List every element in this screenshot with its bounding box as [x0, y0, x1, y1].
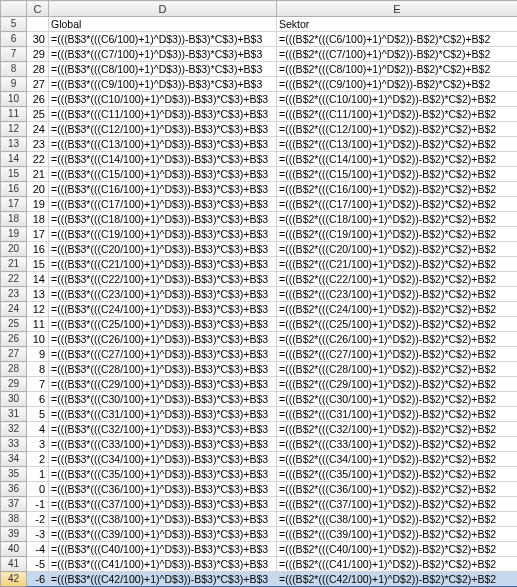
cell[interactable]: 18 — [27, 212, 49, 227]
cell[interactable]: =(((B$3*(((C36/100)+1)^D$3))-B$3)*C$3)+B… — [49, 482, 277, 497]
cell[interactable]: =(((B$3*(((C8/100)+1)^D$3))-B$3)*C$3)+B$… — [49, 62, 277, 77]
cell[interactable]: =(((B$2*(((C19/100)+1)^D$2))-B$2)*C$2)+B… — [277, 227, 518, 242]
cell[interactable]: =(((B$3*(((C20/100)+1)^D$3))-B$3)*C$3)+B… — [49, 242, 277, 257]
cell[interactable]: Sektor — [277, 17, 518, 32]
cell[interactable]: 28 — [27, 62, 49, 77]
cell[interactable]: 29 — [27, 47, 49, 62]
cell[interactable]: =(((B$2*(((C12/100)+1)^D$2))-B$2)*C$2)+B… — [277, 122, 518, 137]
row-header[interactable]: 11 — [1, 107, 27, 122]
cell[interactable]: 5 — [27, 407, 49, 422]
cell[interactable]: =(((B$2*(((C23/100)+1)^D$2))-B$2)*C$2)+B… — [277, 287, 518, 302]
cell[interactable]: 7 — [27, 377, 49, 392]
cell[interactable]: 11 — [27, 317, 49, 332]
cell[interactable]: -1 — [27, 497, 49, 512]
row-header[interactable]: 32 — [1, 422, 27, 437]
cell[interactable]: 10 — [27, 332, 49, 347]
cell[interactable]: =(((B$2*(((C40/100)+1)^D$2))-B$2)*C$2)+B… — [277, 542, 518, 557]
cell[interactable]: =(((B$3*(((C21/100)+1)^D$3))-B$3)*C$3)+B… — [49, 257, 277, 272]
row-header[interactable]: 16 — [1, 182, 27, 197]
cell[interactable]: =(((B$2*(((C7/100)+1)^D$2))-B$2)*C$2)+B$… — [277, 47, 518, 62]
cell[interactable]: 21 — [27, 167, 49, 182]
cell[interactable]: =(((B$3*(((C14/100)+1)^D$3))-B$3)*C$3)+B… — [49, 152, 277, 167]
cell[interactable]: =(((B$3*(((C28/100)+1)^D$3))-B$3)*C$3)+B… — [49, 362, 277, 377]
cell[interactable]: =(((B$2*(((C16/100)+1)^D$2))-B$2)*C$2)+B… — [277, 182, 518, 197]
cell[interactable]: =(((B$2*(((C39/100)+1)^D$2))-B$2)*C$2)+B… — [277, 527, 518, 542]
cell[interactable]: -6 — [27, 572, 49, 587]
cell[interactable]: =(((B$2*(((C24/100)+1)^D$2))-B$2)*C$2)+B… — [277, 302, 518, 317]
row-header[interactable]: 17 — [1, 197, 27, 212]
cell[interactable]: =(((B$2*(((C27/100)+1)^D$2))-B$2)*C$2)+B… — [277, 347, 518, 362]
cell[interactable]: =(((B$3*(((C19/100)+1)^D$3))-B$3)*C$3)+B… — [49, 227, 277, 242]
cell[interactable]: =(((B$3*(((C38/100)+1)^D$3))-B$3)*C$3)+B… — [49, 512, 277, 527]
cell[interactable]: =(((B$3*(((C37/100)+1)^D$3))-B$3)*C$3)+B… — [49, 497, 277, 512]
cell[interactable]: =(((B$3*(((C34/100)+1)^D$3))-B$3)*C$3)+B… — [49, 452, 277, 467]
cell[interactable]: =(((B$3*(((C31/100)+1)^D$3))-B$3)*C$3)+B… — [49, 407, 277, 422]
row-header[interactable]: 42 — [1, 572, 27, 587]
cell[interactable]: =(((B$2*(((C42/100)+1)^D$2))-B$2)*C$2)+B… — [277, 572, 518, 587]
cell[interactable]: =(((B$3*(((C39/100)+1)^D$3))-B$3)*C$3)+B… — [49, 527, 277, 542]
cell[interactable]: =(((B$3*(((C18/100)+1)^D$3))-B$3)*C$3)+B… — [49, 212, 277, 227]
row-header[interactable]: 25 — [1, 317, 27, 332]
cell[interactable]: =(((B$3*(((C10/100)+1)^D$3))-B$3)*C$3)+B… — [49, 92, 277, 107]
cell[interactable]: =(((B$2*(((C29/100)+1)^D$2))-B$2)*C$2)+B… — [277, 377, 518, 392]
row-header[interactable]: 36 — [1, 482, 27, 497]
cell[interactable]: =(((B$3*(((C22/100)+1)^D$3))-B$3)*C$3)+B… — [49, 272, 277, 287]
row-header[interactable]: 7 — [1, 47, 27, 62]
cell[interactable]: 6 — [27, 392, 49, 407]
spreadsheet-grid[interactable]: C D E 5GlobalSektor630=(((B$3*(((C6/100)… — [0, 0, 517, 587]
cell[interactable]: =(((B$3*(((C23/100)+1)^D$3))-B$3)*C$3)+B… — [49, 287, 277, 302]
cell[interactable]: 12 — [27, 302, 49, 317]
cell[interactable]: =(((B$2*(((C28/100)+1)^D$2))-B$2)*C$2)+B… — [277, 362, 518, 377]
cell[interactable]: =(((B$2*(((C30/100)+1)^D$2))-B$2)*C$2)+B… — [277, 392, 518, 407]
cell[interactable]: =(((B$2*(((C8/100)+1)^D$2))-B$2)*C$2)+B$… — [277, 62, 518, 77]
cell[interactable]: 25 — [27, 107, 49, 122]
cell[interactable]: =(((B$2*(((C17/100)+1)^D$2))-B$2)*C$2)+B… — [277, 197, 518, 212]
cell[interactable]: =(((B$3*(((C11/100)+1)^D$3))-B$3)*C$3)+B… — [49, 107, 277, 122]
row-header[interactable]: 12 — [1, 122, 27, 137]
row-header[interactable]: 30 — [1, 392, 27, 407]
cell[interactable]: 13 — [27, 287, 49, 302]
cell[interactable]: =(((B$2*(((C18/100)+1)^D$2))-B$2)*C$2)+B… — [277, 212, 518, 227]
cell[interactable]: =(((B$3*(((C30/100)+1)^D$3))-B$3)*C$3)+B… — [49, 392, 277, 407]
cell[interactable]: =(((B$2*(((C14/100)+1)^D$2))-B$2)*C$2)+B… — [277, 152, 518, 167]
row-header[interactable]: 38 — [1, 512, 27, 527]
row-header[interactable]: 9 — [1, 77, 27, 92]
row-header[interactable]: 22 — [1, 272, 27, 287]
cell[interactable]: =(((B$2*(((C31/100)+1)^D$2))-B$2)*C$2)+B… — [277, 407, 518, 422]
row-header[interactable]: 28 — [1, 362, 27, 377]
cell[interactable]: =(((B$3*(((C27/100)+1)^D$3))-B$3)*C$3)+B… — [49, 347, 277, 362]
cell[interactable]: =(((B$3*(((C42/100)+1)^D$3))-B$3)*C$3)+B… — [49, 572, 277, 587]
cell[interactable]: =(((B$3*(((C40/100)+1)^D$3))-B$3)*C$3)+B… — [49, 542, 277, 557]
row-header[interactable]: 8 — [1, 62, 27, 77]
cell[interactable]: 16 — [27, 242, 49, 257]
row-header[interactable]: 15 — [1, 167, 27, 182]
cell[interactable]: =(((B$2*(((C22/100)+1)^D$2))-B$2)*C$2)+B… — [277, 272, 518, 287]
row-header[interactable]: 6 — [1, 32, 27, 47]
cell[interactable]: =(((B$2*(((C41/100)+1)^D$2))-B$2)*C$2)+B… — [277, 557, 518, 572]
row-header[interactable]: 37 — [1, 497, 27, 512]
row-header[interactable]: 27 — [1, 347, 27, 362]
row-header[interactable]: 33 — [1, 437, 27, 452]
cell[interactable]: -2 — [27, 512, 49, 527]
row-header[interactable]: 39 — [1, 527, 27, 542]
cell[interactable]: =(((B$2*(((C26/100)+1)^D$2))-B$2)*C$2)+B… — [277, 332, 518, 347]
cell[interactable]: 20 — [27, 182, 49, 197]
cell[interactable]: 24 — [27, 122, 49, 137]
cell[interactable]: =(((B$3*(((C15/100)+1)^D$3))-B$3)*C$3)+B… — [49, 167, 277, 182]
cell[interactable]: =(((B$2*(((C10/100)+1)^D$2))-B$2)*C$2)+B… — [277, 92, 518, 107]
column-header-e[interactable]: E — [277, 1, 518, 17]
cell[interactable]: =(((B$3*(((C13/100)+1)^D$3))-B$3)*C$3)+B… — [49, 137, 277, 152]
cell[interactable]: -4 — [27, 542, 49, 557]
cell[interactable]: =(((B$2*(((C21/100)+1)^D$2))-B$2)*C$2)+B… — [277, 257, 518, 272]
cell[interactable] — [27, 17, 49, 32]
row-header[interactable]: 40 — [1, 542, 27, 557]
cell[interactable]: =(((B$3*(((C25/100)+1)^D$3))-B$3)*C$3)+B… — [49, 317, 277, 332]
row-header[interactable]: 20 — [1, 242, 27, 257]
column-header-c[interactable]: C — [27, 1, 49, 17]
cell[interactable]: =(((B$3*(((C29/100)+1)^D$3))-B$3)*C$3)+B… — [49, 377, 277, 392]
cell[interactable]: 22 — [27, 152, 49, 167]
cell[interactable]: 3 — [27, 437, 49, 452]
cell[interactable]: =(((B$3*(((C16/100)+1)^D$3))-B$3)*C$3)+B… — [49, 182, 277, 197]
row-header[interactable]: 31 — [1, 407, 27, 422]
cell[interactable]: =(((B$3*(((C12/100)+1)^D$3))-B$3)*C$3)+B… — [49, 122, 277, 137]
